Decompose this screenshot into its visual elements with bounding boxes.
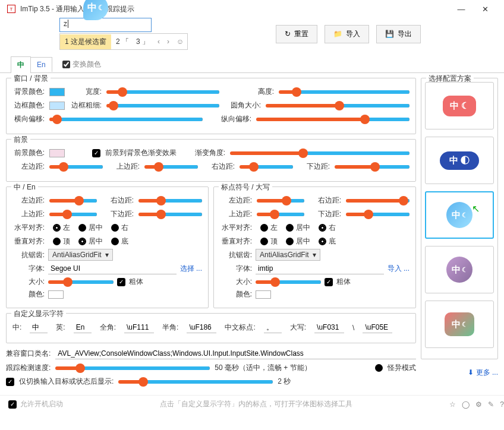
halign-left[interactable]: 左 — [53, 223, 70, 233]
window-bg-group: 窗口 / 背景 背景颜色: 宽度: 高度: 边框颜色: 边框粗细: 圆角大小: … — [6, 78, 416, 134]
preview-box: 中☾ z 1 这是候选窗 2 「 3 」 ‹ › ☺ — [59, 18, 188, 50]
zh-en-group: 中 / En 左边距: 右边距: 上边距: 下边距: 水平对齐: 左 居中 右 — [6, 186, 209, 308]
size-slider[interactable] — [48, 280, 114, 284]
circle-icon[interactable]: ◯ — [462, 400, 470, 409]
char-half[interactable] — [187, 322, 216, 333]
zhen-bottom-slider[interactable] — [138, 213, 202, 216]
top-buttons: ↻重置 📁导入 💾导出 — [276, 25, 421, 43]
valign-bottom[interactable]: 底 — [111, 236, 128, 246]
compat-input[interactable] — [55, 348, 416, 359]
fg-bottom-slider[interactable] — [335, 165, 410, 169]
scheme-3[interactable]: 中☾↖ — [425, 191, 494, 239]
halign-right[interactable]: 右 — [111, 223, 128, 233]
height-slider[interactable] — [279, 90, 410, 94]
export-button[interactable]: 💾导出 — [376, 25, 421, 43]
char-full[interactable] — [124, 322, 154, 333]
bg-color-swatch[interactable] — [49, 88, 65, 96]
more-link[interactable]: ⬇ 更多 ... — [468, 368, 498, 377]
reset-button[interactable]: ↻重置 — [276, 25, 317, 43]
fg-color-swatch[interactable] — [49, 149, 65, 157]
footer: ✓ 允许开机启动 点击「自定义显示字符」内的标点，可打开字体图标选择工具 ☆ ◯… — [0, 395, 504, 413]
candidate-2[interactable]: 2 「 3 」 — [111, 37, 154, 47]
char-zh[interactable] — [30, 322, 48, 333]
zhen-left-slider[interactable] — [49, 199, 97, 203]
gear-icon[interactable]: ⚙ — [475, 400, 482, 409]
moon-icon: ☾ — [98, 4, 105, 12]
track-speed-slider[interactable] — [55, 366, 210, 370]
halign-center[interactable]: 居中 — [78, 223, 103, 233]
folder-icon: 📁 — [333, 30, 342, 38]
scheme-1[interactable]: 中 ☾ — [425, 82, 494, 129]
voffset-slider[interactable] — [256, 118, 410, 121]
punct-left-slider[interactable] — [257, 199, 304, 203]
char-zhpunct[interactable] — [264, 322, 282, 333]
zhen-color-swatch[interactable] — [48, 290, 64, 299]
width-slider[interactable] — [106, 90, 219, 94]
punct-color-swatch[interactable] — [256, 290, 271, 299]
scheme-panel: 选择配置方案 中 ☾ 中 ◐ 中☾↖ 中☾ 中☾ — [421, 78, 498, 359]
punct-import-link[interactable]: 导入 ... — [388, 264, 410, 274]
char-caps[interactable] — [314, 322, 344, 333]
candidate-bar[interactable]: 1 这是候选窗 2 「 3 」 ‹ › ☺ — [59, 33, 188, 50]
font-input[interactable] — [48, 263, 177, 274]
gradient-angle-slider[interactable] — [230, 151, 410, 155]
radius-slider[interactable] — [266, 104, 410, 108]
zhen-top-slider[interactable] — [49, 213, 97, 216]
scheme-2[interactable]: 中 ◐ — [425, 137, 494, 184]
scheme-4[interactable]: 中☾ — [425, 246, 494, 293]
candidate-1[interactable]: 1 这是候选窗 — [60, 34, 111, 49]
cursor-icon: ↖ — [472, 203, 480, 214]
refresh-icon: ↻ — [285, 30, 291, 38]
font-select-link[interactable]: 选择 ... — [180, 264, 202, 274]
punct-bottom-slider[interactable] — [346, 213, 410, 216]
punct-bold-checkbox[interactable]: ✓ — [325, 278, 333, 286]
top-area: 中☾ z 1 这是候选窗 2 「 3 」 ‹ › ☺ ↻重置 📁导入 💾导出 — [0, 18, 504, 56]
fg-top-slider[interactable] — [144, 165, 198, 169]
scheme-5[interactable]: 中☾ — [425, 301, 494, 348]
fg-left-slider[interactable] — [49, 165, 103, 169]
chevron-down-icon: ▾ — [105, 251, 109, 259]
punct-size-slider[interactable] — [256, 280, 321, 284]
input-preview[interactable]: z — [59, 18, 152, 32]
punct-font-input[interactable] — [256, 263, 384, 274]
antialias-select[interactable]: AntiAliasGridFit▾ — [48, 249, 113, 261]
border-width-slider[interactable] — [106, 104, 219, 108]
gradient-checkbox[interactable]: ✓ — [92, 149, 100, 157]
fg-right-slider[interactable] — [240, 165, 293, 169]
hoffset-slider[interactable] — [49, 118, 203, 121]
import-button[interactable]: 📁导入 — [325, 25, 369, 43]
punct-right-slider[interactable] — [346, 199, 410, 203]
char-en[interactable] — [74, 322, 92, 333]
minimize-button[interactable]: — — [449, 5, 473, 14]
color-change-checkbox[interactable]: 变换颜色 — [62, 59, 101, 69]
cand-emoji[interactable]: ☺ — [173, 37, 187, 46]
app-icon: T — [7, 5, 15, 13]
border-color-swatch[interactable] — [49, 102, 65, 110]
bold-checkbox[interactable]: ✓ — [117, 278, 125, 286]
zhen-right-slider[interactable] — [138, 199, 202, 203]
help-icon[interactable]: ? — [500, 400, 504, 409]
valign-top[interactable]: 顶 — [53, 236, 70, 246]
weird-mode-radio[interactable] — [375, 364, 383, 372]
download-icon: ⬇ — [468, 368, 474, 377]
foreground-group: 前景 前景颜色: ✓ 前景到背景色渐变效果 渐变角度: 左边距: 上边距: 右边… — [6, 139, 416, 182]
tool-icon[interactable]: ✎ — [488, 400, 494, 409]
switch-duration-slider[interactable] — [118, 380, 273, 384]
close-button[interactable]: ✕ — [473, 5, 497, 14]
valign-center[interactable]: 居中 — [78, 236, 103, 246]
autostart-checkbox[interactable]: ✓ — [8, 400, 17, 409]
char-last[interactable] — [363, 322, 392, 333]
custom-chars-group: 自定义显示字符 中: 英: 全角: 半角: 中文标点: 大写: \ — [6, 313, 416, 343]
cand-prev[interactable]: ‹ — [154, 37, 163, 46]
save-icon: 💾 — [385, 30, 394, 38]
cand-next[interactable]: › — [163, 37, 173, 46]
switch-only-checkbox[interactable]: ✓ — [6, 378, 14, 386]
tab-zh[interactable]: 中 — [11, 56, 31, 73]
tabs: 中 En 变换颜色 — [0, 56, 504, 73]
tab-en[interactable]: En — [30, 57, 52, 72]
star-icon[interactable]: ☆ — [449, 400, 456, 409]
chevron-down-icon: ▾ — [313, 251, 316, 259]
punct-top-slider[interactable] — [257, 213, 304, 216]
titlebar: T ImTip 3.5 - 通用输入法状态跟踪提示 — ✕ — [0, 0, 504, 18]
punct-antialias-select[interactable]: AntiAliasGridFit▾ — [256, 249, 320, 261]
